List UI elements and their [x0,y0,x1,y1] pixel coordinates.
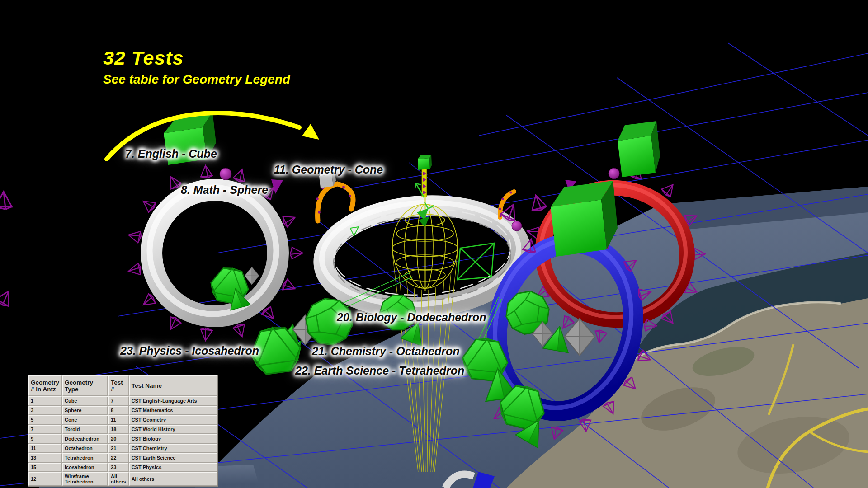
legend-cell: CST World History [129,425,217,434]
green-cube-top-right[interactable] [618,121,660,177]
legend-row: 9Dodecahedron20CST Biology [28,434,217,444]
legend-cell: CST Biology [129,434,217,444]
legend-cell: All others [129,472,217,486]
legend-row: 11Octahedron21CST Chemistry [28,444,217,453]
pole-cube[interactable] [418,158,430,170]
legend-row: 12Wireframe TetrahedronAll othersAll oth… [28,472,217,486]
label-earth-science-tetrahedron: 22. Earth Science - Tetrahedron [295,364,464,377]
legend-cell: 5 [28,415,62,425]
label-geometry-cone: 11. Geometry - Cone [274,163,383,176]
page-title: 32 Tests [103,47,184,69]
legend-cell: CST Physics [129,463,217,472]
legend-row: 3Sphere8CST Mathematics [28,406,217,415]
legend-cell: 18 [108,425,129,434]
legend-cell: Cone [62,415,108,425]
legend-cell: Dodecahedron [62,434,108,444]
legend-cell: 9 [28,434,62,444]
legend-cell: 20 [108,434,129,444]
legend-cell: 22 [108,453,129,463]
legend-cell: Toroid [62,425,108,434]
legend-table-header: Geometry # in AntzGeometry TypeTest #Tes… [28,375,217,396]
legend-cell: CST Mathematics [129,406,217,415]
legend-cell: 3 [28,406,62,415]
legend-cell: Tetrahedron [62,453,108,463]
legend-row: 15Icosahedron23CST Physics [28,463,217,472]
legend-cell: 15 [28,463,62,472]
label-biology-dodecahedron: 20. Biology - Dodecahedron [337,311,486,324]
legend-cell: Cube [62,396,108,406]
legend-cell: CST Earth Science [129,453,217,463]
legend-cell: Sphere [62,406,108,415]
geometry-legend-table: Geometry # in AntzGeometry TypeTest #Tes… [28,375,218,487]
legend-cell: 7 [28,425,62,434]
legend-column-header: Test Name [129,375,217,396]
legend-cell: Icosahedron [62,463,108,472]
legend-cell: 13 [28,453,62,463]
legend-cell: 8 [108,406,129,415]
legend-cell: Octahedron [62,444,108,453]
label-english-cube: 7. English - Cube [125,147,217,160]
legend-cell: 11 [28,444,62,453]
legend-row: 7Toroid18CST World History [28,425,217,434]
legend-cell: 23 [108,463,129,472]
legend-cell: CST Geometry [129,415,217,425]
legend-cell: 7 [108,396,129,406]
legend-cell: 11 [108,415,129,425]
antz-3d-viewport[interactable]: 32 Tests See table for Geometry Legend 7… [0,0,868,488]
legend-cell: CST English-Language Arts [129,396,217,406]
green-wireframe-shapes [350,227,494,280]
label-chemistry-octahedron: 21. Chemistry - Octahedron [312,345,459,358]
legend-cell: Wireframe Tetrahedron [62,472,108,486]
legend-column-header: Test # [108,375,129,396]
white-ring-sphere[interactable] [150,188,278,316]
label-physics-icosahedron: 23. Physics - Icosahedron [120,344,259,357]
green-cube-center-right[interactable] [551,181,618,257]
legend-column-header: Geometry Type [62,375,108,396]
page-subtitle: See table for Geometry Legend [103,72,290,87]
legend-table-body: 1Cube7CST English-Language Arts3Sphere8C… [28,396,217,486]
legend-row: 5Cone11CST Geometry [28,415,217,425]
legend-cell: CST Chemistry [129,444,217,453]
legend-row: 13Tetrahedron22CST Earth Science [28,453,217,463]
legend-cell: All others [108,472,129,486]
legend-column-header: Geometry # in Antz [28,375,62,396]
label-math-sphere: 8. Math - Sphere [181,183,268,197]
orange-cone-arc-left[interactable] [316,183,353,221]
legend-row: 1Cube7CST English-Language Arts [28,396,217,406]
legend-cell: 1 [28,396,62,406]
legend-cell: 12 [28,472,62,486]
legend-cell: 21 [108,444,129,453]
